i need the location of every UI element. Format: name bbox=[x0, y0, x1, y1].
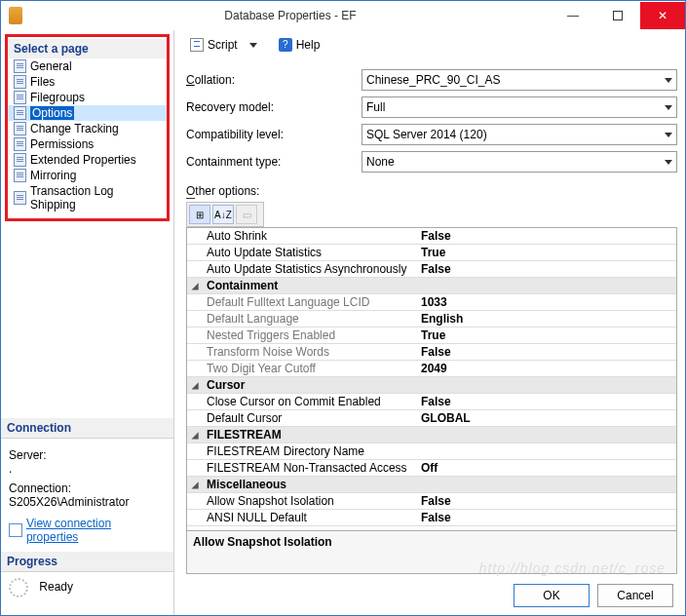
recovery-model-value: Full bbox=[366, 100, 385, 114]
cancel-button[interactable]: Cancel bbox=[597, 584, 673, 607]
compat-level-value: SQL Server 2014 (120) bbox=[366, 128, 487, 141]
property-value[interactable]: False bbox=[415, 262, 676, 276]
connection-value: S205X26\Administrator bbox=[9, 495, 166, 509]
property-name: Close Cursor on Commit Enabled bbox=[203, 395, 415, 408]
database-icon bbox=[9, 7, 22, 24]
property-row[interactable]: Default LanguageEnglish bbox=[187, 311, 676, 327]
progress-spinner-icon bbox=[9, 578, 28, 597]
collapse-icon[interactable]: ◢ bbox=[187, 478, 203, 491]
collapse-icon[interactable]: ◢ bbox=[187, 378, 203, 392]
sidebar-item-change-tracking[interactable]: Change Tracking bbox=[8, 121, 167, 136]
property-category[interactable]: ◢Miscellaneous bbox=[187, 477, 676, 493]
property-row[interactable]: Two Digit Year Cutoff2049 bbox=[187, 361, 676, 377]
description-panel: Allow Snapshot Isolation bbox=[187, 530, 676, 573]
minimize-button[interactable]: — bbox=[551, 2, 595, 29]
recovery-model-label: Recovery model: bbox=[186, 100, 362, 114]
sidebar-item-files[interactable]: Files bbox=[8, 74, 167, 90]
property-row[interactable]: Allow Snapshot IsolationFalse bbox=[187, 493, 676, 510]
property-value[interactable]: False bbox=[415, 494, 676, 508]
sidebar-item-mirroring[interactable]: Mirroring bbox=[8, 168, 167, 183]
property-row[interactable]: ANSI NULL DefaultFalse bbox=[187, 510, 676, 526]
page-icon bbox=[14, 59, 26, 73]
server-label: Server: bbox=[9, 448, 166, 462]
property-category[interactable]: ◢FILESTREAM bbox=[187, 427, 676, 443]
property-value[interactable]: 1033 bbox=[415, 295, 676, 309]
property-category[interactable]: ◢Containment bbox=[187, 278, 676, 294]
sidebar-item-general[interactable]: General bbox=[8, 58, 167, 74]
property-name: Transform Noise Words bbox=[203, 345, 415, 359]
ok-button[interactable]: OK bbox=[514, 584, 590, 607]
property-name: Auto Update Statistics Asynchronously bbox=[203, 262, 415, 276]
property-row[interactable]: Default Fulltext Language LCID1033 bbox=[187, 294, 676, 311]
sidebar-item-transaction-log-shipping[interactable]: Transaction Log Shipping bbox=[8, 183, 167, 212]
help-label: Help bbox=[296, 38, 321, 52]
property-row[interactable]: Auto Update Statistics AsynchronouslyFal… bbox=[187, 261, 676, 278]
property-value[interactable]: False bbox=[415, 345, 676, 359]
maximize-button[interactable] bbox=[595, 2, 640, 29]
chevron-down-icon bbox=[665, 160, 672, 165]
sidebar-item-extended-properties[interactable]: Extended Properties bbox=[8, 152, 167, 168]
property-name: FILESTREAM Non-Transacted Access bbox=[203, 461, 415, 475]
category-name: Cursor bbox=[203, 378, 415, 392]
collapse-icon[interactable]: ◢ bbox=[187, 428, 203, 442]
help-button[interactable]: ? Help bbox=[275, 36, 324, 54]
sidebar-item-label: Extended Properties bbox=[30, 153, 136, 167]
property-value[interactable]: 2049 bbox=[415, 362, 676, 375]
close-button[interactable]: ✕ bbox=[640, 2, 685, 29]
compat-level-combo[interactable]: SQL Server 2014 (120) bbox=[362, 124, 677, 145]
script-icon bbox=[190, 38, 204, 52]
property-row[interactable]: Default CursorGLOBAL bbox=[187, 410, 676, 427]
property-value[interactable]: GLOBAL bbox=[415, 411, 676, 425]
property-row[interactable]: Nested Triggers EnabledTrue bbox=[187, 327, 676, 344]
server-value: . bbox=[9, 462, 166, 476]
dialog-window: Database Properties - EF — ✕ Select a pa… bbox=[0, 0, 686, 616]
property-value[interactable]: True bbox=[415, 246, 676, 259]
property-name: Default Fulltext Language LCID bbox=[203, 295, 415, 309]
property-row[interactable]: FILESTREAM Directory Name bbox=[187, 443, 676, 460]
script-dropdown-icon[interactable] bbox=[249, 43, 257, 48]
page-icon bbox=[14, 169, 26, 182]
property-category[interactable]: ◢Cursor bbox=[187, 377, 676, 394]
property-value[interactable]: False bbox=[415, 511, 676, 524]
sidebar-item-label: Options bbox=[30, 106, 74, 120]
progress-header: Progress bbox=[1, 552, 173, 571]
property-row[interactable]: FILESTREAM Non-Transacted AccessOff bbox=[187, 460, 676, 477]
property-value[interactable]: True bbox=[415, 328, 676, 342]
sidebar-item-permissions[interactable]: Permissions bbox=[8, 136, 167, 152]
property-value[interactable]: False bbox=[415, 395, 676, 408]
property-value[interactable]: English bbox=[415, 312, 676, 326]
sidebar-item-options[interactable]: Options bbox=[8, 105, 167, 121]
connection-header: Connection bbox=[1, 418, 173, 438]
sidebar-item-label: Filegroups bbox=[30, 91, 85, 104]
property-row[interactable]: Auto ShrinkFalse bbox=[187, 228, 676, 245]
script-button[interactable]: Script bbox=[186, 36, 242, 54]
categorized-button[interactable]: ⊞ bbox=[189, 205, 210, 224]
maximize-icon bbox=[613, 11, 623, 20]
property-row[interactable]: Close Cursor on Commit EnabledFalse bbox=[187, 394, 676, 410]
properties-icon bbox=[9, 523, 22, 537]
collation-combo[interactable]: Chinese_PRC_90_CI_AS bbox=[362, 69, 677, 91]
highlight-box: Select a page GeneralFilesFilegroupsOpti… bbox=[5, 34, 170, 221]
compat-level-label: Compatibility level: bbox=[186, 128, 362, 141]
page-icon bbox=[14, 122, 26, 135]
property-row[interactable]: Transform Noise WordsFalse bbox=[187, 344, 676, 361]
page-icon bbox=[14, 191, 26, 205]
property-name: Default Language bbox=[203, 312, 415, 326]
page-icon bbox=[14, 75, 26, 89]
view-connection-properties-link[interactable]: View connection properties bbox=[26, 517, 166, 544]
alphabetical-button[interactable]: A↓Z bbox=[212, 205, 234, 224]
property-row[interactable]: Auto Update StatisticsTrue bbox=[187, 245, 676, 261]
property-name: Two Digit Year Cutoff bbox=[203, 362, 415, 375]
category-name: Containment bbox=[203, 279, 415, 292]
other-options-label: Other options: bbox=[186, 184, 677, 198]
sidebar-item-filegroups[interactable]: Filegroups bbox=[8, 90, 167, 105]
page-icon bbox=[14, 153, 26, 167]
property-value[interactable]: Off bbox=[415, 461, 676, 475]
recovery-model-combo[interactable]: Full bbox=[362, 96, 677, 118]
collapse-icon[interactable]: ◢ bbox=[187, 279, 203, 292]
property-grid-body[interactable]: Auto ShrinkFalseAuto Update StatisticsTr… bbox=[187, 228, 676, 530]
property-name: ANSI NULL Default bbox=[203, 511, 415, 524]
property-value[interactable]: False bbox=[415, 229, 676, 243]
containment-combo[interactable]: None bbox=[362, 151, 677, 173]
collation-value: Chinese_PRC_90_CI_AS bbox=[366, 73, 500, 87]
